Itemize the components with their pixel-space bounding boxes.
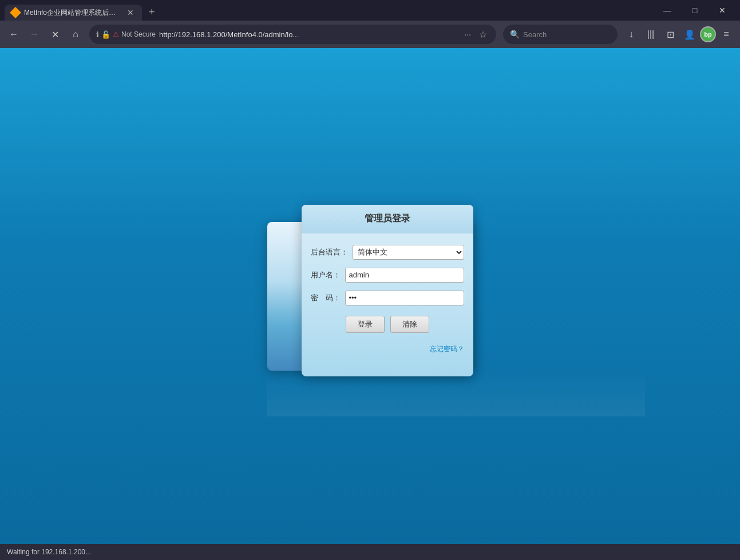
toolbar-icons: ↓ ||| ⊡ 👤 bp ≡: [622, 25, 735, 43]
minimize-button[interactable]: —: [654, 0, 680, 21]
password-input[interactable]: [345, 291, 464, 305]
username-input[interactable]: [345, 268, 464, 283]
tab-favicon: [10, 7, 21, 18]
account-button[interactable]: 👤: [680, 25, 699, 43]
page-content: M MetInfo M MetInfo Powered by MetInfo 4…: [0, 48, 740, 544]
maximize-button[interactable]: □: [682, 0, 708, 21]
language-label: 后台语言：: [311, 247, 348, 257]
home-button[interactable]: ⌂: [66, 25, 85, 43]
password-label: 密 码：: [311, 293, 341, 303]
not-secure-label: Not Secure: [121, 30, 156, 38]
search-input[interactable]: [523, 30, 603, 39]
tab-title: MetInfo企业网站管理系统后台...: [24, 8, 121, 18]
url-display: http://192.168.1.200/MetInfo4.0/admin/lo…: [159, 30, 458, 39]
bookmark-button[interactable]: ☆: [477, 27, 489, 42]
card-reflection: [267, 371, 645, 416]
status-bar: Waiting for 192.168.1.200...: [0, 544, 740, 560]
profile-label: bp: [704, 31, 711, 38]
username-label: 用户名：: [311, 270, 341, 280]
reader-view-button[interactable]: ⊡: [661, 25, 679, 43]
close-window-button[interactable]: ✕: [709, 0, 735, 21]
profile-button[interactable]: bp: [700, 26, 716, 42]
navigation-bar: ← → ✕ ⌂ ℹ 🔓 ⚠ Not Secure http://192.168.…: [0, 21, 740, 48]
login-button[interactable]: 登录: [346, 316, 385, 333]
more-button[interactable]: ···: [462, 27, 473, 41]
clear-button[interactable]: 清除: [390, 316, 429, 333]
refresh-button[interactable]: ✕: [46, 25, 64, 43]
forward-button[interactable]: →: [25, 25, 43, 43]
active-tab[interactable]: MetInfo企业网站管理系统后台... ✕: [5, 5, 142, 21]
status-text: Waiting for 192.168.1.200...: [7, 548, 91, 556]
window-controls: — □ ✕: [654, 0, 735, 21]
form-title: 管理员登录: [302, 205, 473, 233]
lock-icon: 🔓: [101, 30, 110, 39]
browser-menu-button[interactable]: ≡: [717, 25, 735, 43]
tab-close-button[interactable]: ✕: [126, 7, 135, 18]
login-container: M MetInfo M MetInfo Powered by MetInfo 4…: [267, 222, 473, 371]
address-bar[interactable]: ℹ 🔓 ⚠ Not Secure http://192.168.1.200/Me…: [89, 25, 496, 44]
form-buttons: 登录 清除: [311, 316, 464, 333]
download-button[interactable]: ↓: [622, 25, 640, 43]
warning-icon: ⚠: [113, 30, 119, 38]
security-indicator: ℹ 🔓 ⚠ Not Secure: [96, 30, 156, 39]
password-row: 密 码：: [311, 291, 464, 305]
forgot-password-row: 忘记密码？: [311, 343, 464, 354]
username-row: 用户名：: [311, 268, 464, 283]
search-icon: 🔍: [510, 30, 520, 39]
tab-area: MetInfo企业网站管理系统后台... ✕ +: [5, 0, 654, 21]
language-row: 后台语言： 简体中文 English: [311, 245, 464, 260]
language-select[interactable]: 简体中文 English: [353, 245, 464, 260]
login-form-panel: 管理员登录 后台语言： 简体中文 English 用户名： 密 码：: [302, 205, 473, 376]
forgot-password-link[interactable]: 忘记密码？: [430, 345, 464, 353]
form-body: 后台语言： 简体中文 English 用户名： 密 码：: [302, 233, 473, 376]
info-icon: ℹ: [96, 30, 99, 39]
title-bar: MetInfo企业网站管理系统后台... ✕ + — □ ✕: [0, 0, 740, 21]
bookmarks-button[interactable]: |||: [642, 25, 660, 43]
back-button[interactable]: ←: [5, 25, 23, 43]
new-tab-button[interactable]: +: [144, 4, 160, 21]
search-bar[interactable]: 🔍: [503, 25, 618, 44]
